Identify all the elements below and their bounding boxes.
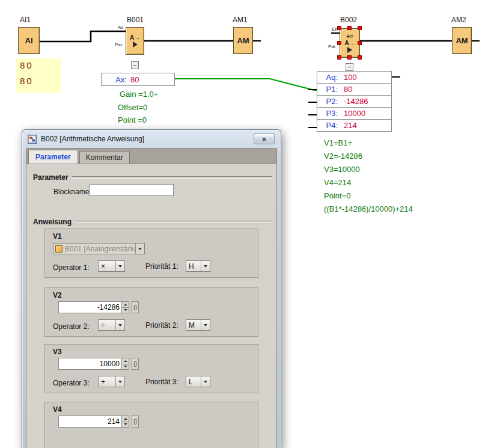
param-row-p1[interactable]: P1: 80 — [317, 83, 392, 96]
block-b001-symbol: A→ — [130, 34, 140, 41]
block-ai1[interactable]: AI — [18, 27, 40, 54]
b002-param-table[interactable]: Aq: 100 P1: 80 P2: -14286 P3: 10000 P4: … — [317, 71, 392, 132]
collapse-button-b001[interactable]: − — [131, 61, 139, 69]
block-properties-dialog: B002 [Arithmetische Anweisung] × Paramet… — [22, 129, 281, 448]
operator1-combo[interactable]: × — [98, 260, 125, 272]
section-header-parameter: Parameter — [33, 173, 272, 182]
selection-handle[interactable] — [337, 41, 341, 45]
v2-value-spinner[interactable] — [58, 301, 129, 313]
param-row-value: 10000 — [340, 109, 365, 118]
selection-handle[interactable] — [337, 55, 341, 60]
selection-handle[interactable] — [347, 55, 352, 60]
collapse-button-b002[interactable]: − — [346, 63, 353, 71]
priority1-label: Priorität 1: — [145, 262, 178, 271]
note-line: V2=-14286 — [324, 152, 413, 165]
priority2-value: M — [186, 321, 201, 330]
chevron-down-icon[interactable] — [115, 376, 124, 387]
spin-up-button[interactable] — [122, 302, 129, 307]
amplifier-icon — [347, 47, 352, 53]
tab-kommentar[interactable]: Kommentar — [79, 151, 130, 164]
block-b002[interactable]: += A→ — [340, 28, 360, 58]
ai1-value-1: 80 — [20, 60, 34, 70]
block-am2[interactable]: AM — [452, 27, 472, 54]
priority3-value: L — [186, 378, 201, 386]
operator1-value: × — [99, 262, 115, 271]
v3-value-spinner[interactable] — [58, 358, 129, 370]
chevron-down-icon[interactable] — [201, 376, 210, 387]
priority2-label: Priorität 2: — [145, 321, 178, 330]
operator3-value: + — [99, 378, 115, 386]
blockname-label: Blockname: — [53, 188, 91, 196]
ai1-value-2: 80 — [20, 76, 34, 86]
amplifier-icon — [133, 41, 138, 48]
chevron-down-icon[interactable] — [115, 320, 124, 330]
operator2-label: Operator 2: — [53, 322, 90, 331]
priority3-combo[interactable]: L — [186, 376, 210, 387]
wire-signal-green — [175, 79, 317, 90]
group-v1-title: V1 — [53, 232, 62, 241]
spin-up-button[interactable] — [122, 416, 129, 422]
param-row-p4[interactable]: P4: 214 — [317, 119, 392, 132]
dialog-titlebar[interactable]: B002 [Arithmetische Anweisung] × — [22, 130, 281, 148]
block-label-b002: B002 — [340, 16, 357, 24]
parameter-pane: Parameter Blockname: Anweisung V1 B001 [… — [26, 164, 276, 448]
param-row-value: 80 — [340, 85, 352, 94]
block-ai1-text: AI — [25, 36, 33, 45]
spin-down-button[interactable] — [122, 307, 129, 313]
b001-gain-text: Gain =1.0+ — [120, 90, 158, 99]
block-am2-text: AM — [456, 36, 468, 45]
v1-source-combo[interactable]: B001 [Analogverstärker]... — [53, 243, 145, 254]
operator2-combo[interactable]: ÷ — [98, 319, 125, 331]
chevron-down-icon[interactable] — [201, 261, 210, 271]
param-row-value: -14286 — [340, 97, 368, 106]
v4-value-spinner[interactable] — [58, 416, 129, 428]
pin-label-par-b001: Par — [115, 42, 122, 48]
param-row-label: P1: — [317, 85, 340, 94]
v3-value-input[interactable] — [58, 358, 121, 370]
selection-handle[interactable] — [358, 26, 362, 30]
dialog-title: B002 [Arithmetische Anweisung] — [41, 135, 144, 143]
b001-param-box[interactable]: Ax: 80 — [101, 73, 175, 86]
block-am1[interactable]: AM — [233, 27, 253, 54]
v4-value-input[interactable] — [58, 416, 121, 428]
reference-button[interactable]: {} — [132, 416, 139, 428]
operator3-combo[interactable]: + — [98, 376, 125, 387]
chevron-down-icon[interactable] — [201, 320, 210, 330]
selection-handle[interactable] — [347, 26, 352, 30]
chevron-down-icon[interactable] — [135, 244, 144, 254]
v2-value-input[interactable] — [58, 301, 121, 313]
spin-down-button[interactable] — [122, 422, 129, 428]
block-label-b001: B001 — [127, 16, 144, 24]
block-b001[interactable]: A→ — [126, 27, 144, 55]
group-v2: V2 {} Operator 2: ÷ Priorität 2: — [44, 287, 258, 337]
block-icon — [55, 245, 62, 253]
operator3-label: Operator 3: — [53, 379, 90, 387]
param-row-value: 214 — [340, 121, 357, 130]
param-row-aq[interactable]: Aq: 100 — [317, 71, 392, 84]
b001-ax-value: 80 — [130, 75, 139, 84]
reference-button[interactable]: {} — [132, 301, 139, 313]
note-line: Point=0 — [324, 191, 413, 204]
section-title: Anweisung — [33, 218, 72, 226]
close-button[interactable]: × — [254, 133, 275, 144]
b001-offset-text: Offset=0 — [118, 103, 147, 112]
spin-down-button[interactable] — [122, 364, 129, 370]
selection-handle[interactable] — [337, 26, 341, 30]
selection-handle[interactable] — [358, 55, 362, 60]
block-am1-text: AM — [237, 36, 249, 45]
tab-parameter[interactable]: Parameter — [28, 150, 78, 164]
priority1-combo[interactable]: H — [186, 260, 210, 272]
priority2-combo[interactable]: M — [186, 319, 210, 331]
reference-button[interactable]: {} — [132, 358, 139, 370]
pin-label-par-b002: Par — [328, 44, 335, 49]
param-row-p3[interactable]: P3: 10000 — [317, 107, 392, 120]
group-v2-title: V2 — [53, 291, 62, 299]
group-v3-title: V3 — [53, 348, 62, 356]
note-line: V4=214 — [324, 178, 413, 191]
param-row-label: P3: — [317, 109, 340, 118]
chevron-down-icon[interactable] — [115, 261, 124, 271]
param-row-p2[interactable]: P2: -14286 — [317, 95, 392, 108]
blockname-input[interactable] — [90, 184, 174, 196]
spin-up-button[interactable] — [122, 358, 129, 364]
selection-handle[interactable] — [358, 41, 362, 45]
